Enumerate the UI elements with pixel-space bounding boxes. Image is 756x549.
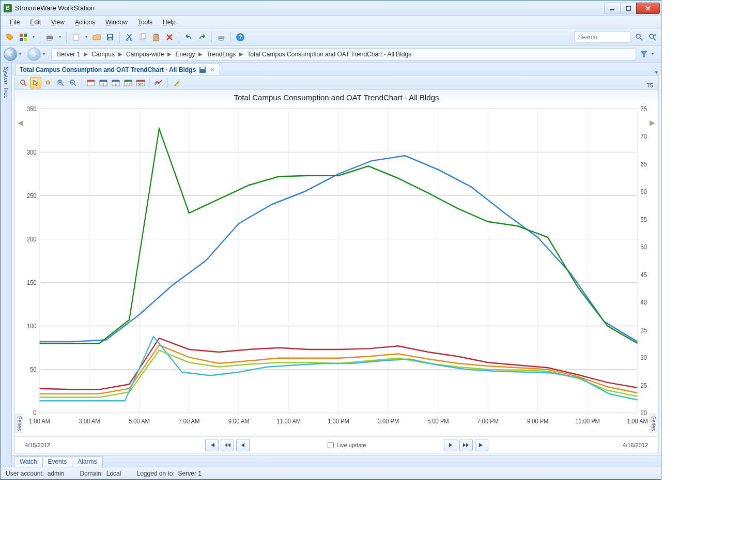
play-stepback-button[interactable] [236, 439, 250, 451]
ct-zoom-reset-icon[interactable] [18, 77, 29, 88]
ct-range-custom-icon[interactable] [85, 77, 97, 88]
bottom-tabstrip: Watch Events Alarms [12, 455, 661, 467]
filter-icon[interactable] [638, 49, 650, 60]
crumb-2[interactable]: Campus-wide [124, 51, 166, 58]
undo-icon[interactable] [182, 31, 195, 43]
app-icon: B [4, 4, 12, 12]
ct-range-31-icon[interactable]: 31 [122, 77, 134, 88]
print-icon[interactable] [215, 31, 227, 43]
menu-view[interactable]: View [46, 18, 70, 27]
search-input[interactable]: Search [574, 32, 631, 43]
window-buttons [605, 3, 660, 14]
save-icon[interactable] [104, 31, 116, 43]
svg-point-26 [654, 34, 656, 36]
svg-text:150: 150 [27, 279, 37, 286]
ct-range-7-icon[interactable]: 7 [110, 77, 121, 88]
chart-toolbar: 1 7 31 365 75 [14, 75, 658, 90]
svg-text:3:00 PM: 3:00 PM [378, 418, 399, 425]
ct-zoom-out-icon[interactable] [67, 77, 79, 88]
toolbar-dropdown-1[interactable]: ▾ [30, 35, 37, 39]
menu-help[interactable]: Help [158, 18, 181, 27]
toolbar-dropdown-2[interactable]: ▾ [57, 35, 63, 39]
open-folder-icon[interactable] [90, 31, 103, 43]
play-stepfwd-button[interactable] [444, 439, 457, 451]
tab-close-icon[interactable]: × [209, 66, 215, 73]
redo-icon[interactable] [196, 31, 208, 43]
grid-icon[interactable] [17, 31, 29, 43]
breadcrumb[interactable]: Server 1▶ Campus▶ Campus-wide▶ Energy▶ T… [51, 48, 636, 60]
ct-edit-icon[interactable] [171, 77, 182, 88]
ct-pointer-icon[interactable] [30, 77, 41, 88]
ct-series-icon[interactable] [153, 77, 164, 88]
play-ffwd-button[interactable] [459, 439, 473, 451]
svg-text:100: 100 [27, 323, 37, 330]
svg-rect-20 [219, 34, 223, 36]
svg-text:60: 60 [641, 188, 647, 196]
paste-icon[interactable] [150, 31, 162, 43]
crumb-0[interactable]: Server 1 [55, 51, 82, 58]
svg-rect-8 [48, 39, 52, 40]
play-first-button[interactable] [205, 439, 219, 451]
tab-alarms[interactable]: Alarms [72, 456, 102, 467]
nav-forward-menu[interactable]: ▾ [43, 52, 49, 56]
chart-collapse-right-icon[interactable]: ▶ [650, 118, 655, 127]
ct-zoom-in-icon[interactable] [55, 77, 66, 88]
chart-plot-area[interactable]: ◀ ▶ 050100150200250300350202530354045505… [14, 103, 658, 436]
ct-range-1-icon[interactable]: 1 [98, 77, 109, 88]
help-icon[interactable]: ? [234, 31, 246, 43]
tab-events[interactable]: Events [42, 456, 73, 467]
nav-back-button[interactable] [4, 48, 17, 61]
svg-rect-17 [153, 35, 159, 41]
delete-icon[interactable] [163, 31, 176, 43]
svg-rect-3 [24, 34, 27, 37]
crumb-4[interactable]: TrendLogs [204, 51, 238, 58]
toolbar-dropdown-3[interactable]: ▾ [83, 35, 89, 39]
document-tabstrip: Total Campus Consumption and OAT TrendCh… [12, 63, 661, 75]
ct-range-365-icon[interactable]: 365 [135, 77, 146, 88]
date-start-label: 4/15/2012 [25, 442, 50, 448]
cut-icon[interactable] [123, 31, 135, 43]
svg-rect-7 [48, 34, 52, 36]
menu-edit[interactable]: Edit [25, 18, 46, 27]
menu-actions[interactable]: Actions [70, 18, 100, 27]
ct-pan-icon[interactable] [42, 77, 54, 88]
menu-file[interactable]: File [5, 18, 25, 27]
minimize-button[interactable] [604, 3, 621, 14]
svg-text:75: 75 [641, 105, 647, 113]
menu-tools[interactable]: Tools [133, 18, 158, 27]
live-update-checkbox[interactable] [328, 442, 334, 448]
svg-text:30: 30 [641, 354, 647, 362]
tag-icon[interactable] [4, 31, 16, 43]
tab-watch[interactable]: Watch [14, 456, 43, 467]
crumb-3[interactable]: Energy [173, 51, 197, 58]
filter-menu[interactable]: ▾ [652, 52, 658, 56]
play-rewind-button[interactable] [221, 439, 234, 451]
crumb-1[interactable]: Campus [89, 51, 117, 58]
close-button[interactable] [636, 3, 660, 14]
svg-text:65: 65 [641, 160, 647, 168]
tab-save-icon[interactable] [199, 66, 206, 73]
svg-rect-41 [125, 80, 132, 82]
tabs-overflow-menu[interactable]: ▾ [655, 69, 658, 75]
system-tree-tab[interactable]: System Tree [1, 63, 12, 467]
series-tab-left[interactable]: Series [16, 414, 23, 433]
copy-icon[interactable] [136, 31, 149, 43]
search-icon[interactable] [634, 32, 644, 42]
maximize-button[interactable] [620, 3, 637, 14]
search-advanced-icon[interactable] [647, 32, 658, 42]
menu-window[interactable]: Window [100, 18, 133, 27]
printer-icon[interactable] [43, 31, 56, 43]
svg-rect-5 [24, 38, 27, 41]
svg-text:1:00 PM: 1:00 PM [328, 418, 349, 425]
svg-rect-28 [200, 67, 205, 69]
nav-back-menu[interactable]: ▾ [19, 52, 25, 56]
play-last-button[interactable] [475, 439, 488, 451]
chart-collapse-left-icon[interactable]: ◀ [18, 118, 23, 127]
document-tab[interactable]: Total Campus Consumption and OAT TrendCh… [15, 64, 220, 75]
live-update-label: Live update [337, 442, 366, 448]
series-tab-right[interactable]: Series [650, 414, 657, 433]
nav-forward-button[interactable] [27, 48, 41, 61]
svg-text:350: 350 [27, 105, 37, 113]
crumb-5[interactable]: Total Campus Consumption and OAT TrendCh… [245, 51, 413, 58]
new-doc-icon[interactable] [70, 31, 82, 43]
